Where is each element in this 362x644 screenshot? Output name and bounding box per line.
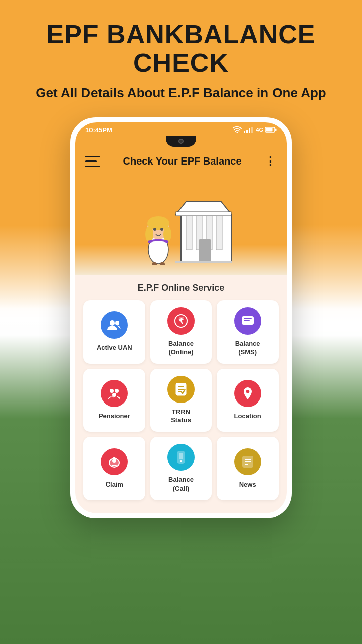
balance-online-label: Balance(Online) [168, 340, 194, 357]
status-time: 10:45PM [85, 126, 112, 134]
svg-rect-9 [186, 214, 192, 250]
svg-rect-14 [176, 212, 231, 216]
services-title: E.P.F Online Service [83, 283, 279, 293]
app-bar: Check Your EPF Balance ⋮ [75, 149, 287, 174]
phone-bottom [75, 505, 287, 513]
svg-point-32 [110, 389, 114, 393]
svg-point-26 [110, 320, 115, 326]
trrn-status-label: TRRNStatus [171, 408, 191, 425]
svg-point-22 [160, 228, 163, 231]
services-grid: Active UAN ₹ Balance(Online) [83, 300, 279, 500]
location-label: Location [234, 412, 261, 421]
balance-call-label: Balance(Call) [168, 476, 194, 493]
active-uan-icon [101, 311, 128, 339]
location-icon [234, 380, 261, 407]
camera-dot [178, 139, 184, 144]
service-location[interactable]: Location [217, 369, 279, 432]
network-label: 4G [256, 127, 263, 133]
svg-point-45 [180, 460, 182, 462]
signal-icon [244, 126, 254, 133]
svg-rect-2 [249, 128, 250, 133]
svg-rect-6 [275, 129, 277, 131]
svg-point-27 [115, 321, 119, 325]
notch-area [75, 136, 287, 149]
menu-button[interactable] [85, 156, 100, 167]
app-bar-title: Check Your EPF Balance [123, 155, 241, 167]
svg-rect-0 [244, 131, 245, 133]
app-title: EPF BANKBALANCE CHECK [0, 20, 362, 77]
hero-section [75, 174, 287, 275]
svg-point-21 [153, 228, 156, 231]
app-subtitle: Get All Details About E.P.F Balance in O… [36, 84, 326, 102]
news-label: News [239, 480, 256, 489]
status-bar: 10:45PM 4G [75, 122, 287, 136]
active-uan-label: Active UAN [97, 344, 132, 352]
balance-call-icon [167, 444, 195, 471]
svg-rect-13 [199, 239, 211, 262]
service-balance-call[interactable]: Balance(Call) [150, 437, 212, 500]
svg-point-34 [112, 393, 116, 397]
pensioner-icon [101, 380, 128, 407]
more-options-button[interactable]: ⋮ [265, 155, 277, 168]
phone-mockup: 10:45PM 4G [70, 117, 292, 518]
balance-online-icon: ₹ [167, 307, 195, 335]
balance-sms-label: Balance(SMS) [235, 340, 260, 357]
svg-rect-3 [251, 127, 253, 133]
service-balance-sms[interactable]: Balance(SMS) [217, 300, 279, 364]
service-pensioner[interactable]: Pensioner [83, 369, 145, 432]
service-claim[interactable]: Claim [83, 437, 145, 500]
claim-icon [101, 448, 128, 475]
svg-rect-15 [175, 261, 232, 263]
service-trrn-status[interactable]: TRRNStatus [150, 369, 212, 432]
battery-icon [265, 127, 277, 133]
service-balance-online[interactable]: ₹ Balance(Online) [150, 300, 212, 364]
svg-rect-44 [179, 453, 183, 459]
news-icon [234, 448, 261, 475]
balance-sms-icon [234, 307, 261, 335]
services-section: E.P.F Online Service Active UAN [75, 275, 287, 505]
hero-illustration [121, 184, 241, 265]
wifi-icon [233, 126, 242, 133]
service-news[interactable]: News [217, 437, 279, 500]
svg-text:₹: ₹ [178, 317, 184, 326]
svg-rect-1 [246, 130, 248, 133]
service-active-uan[interactable]: Active UAN [83, 300, 145, 364]
claim-label: Claim [106, 480, 123, 489]
pensioner-label: Pensioner [99, 412, 130, 421]
svg-rect-5 [266, 128, 273, 132]
svg-point-42 [112, 459, 116, 463]
svg-point-33 [115, 389, 119, 393]
svg-rect-12 [216, 214, 222, 250]
trrn-status-icon [167, 376, 195, 403]
